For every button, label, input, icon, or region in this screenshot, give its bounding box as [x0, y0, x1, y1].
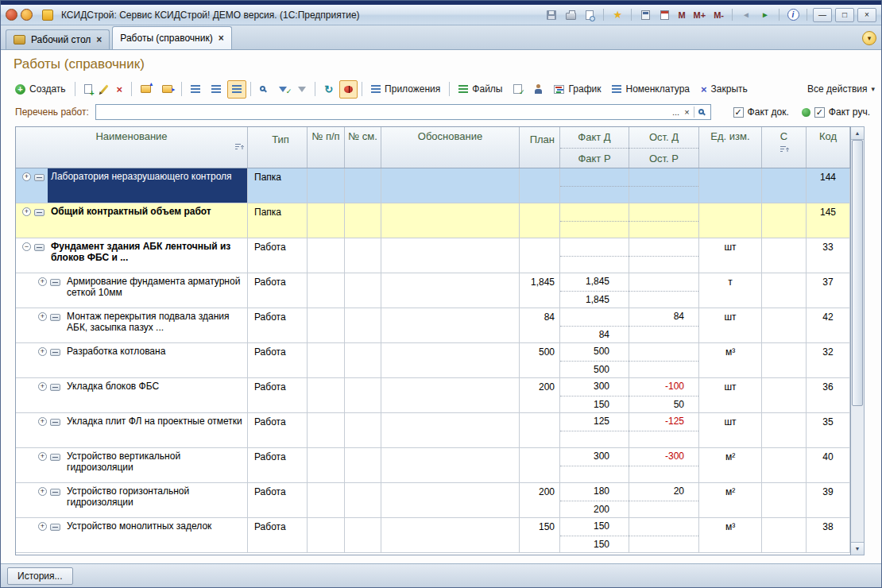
find-button[interactable]	[255, 80, 273, 99]
num-sm-cell[interactable]	[345, 343, 381, 377]
code-cell[interactable]: 39	[807, 483, 850, 517]
expand-icon[interactable]: +	[38, 487, 47, 496]
print-button[interactable]	[563, 8, 578, 22]
collapse-icon[interactable]: −	[22, 242, 31, 251]
fact-ruch-checkbox[interactable]: ✓ Факт руч.	[814, 106, 870, 118]
header-num-sm[interactable]: № см.	[345, 127, 381, 168]
num-pp-cell[interactable]	[308, 343, 345, 377]
num-pp-cell[interactable]	[308, 378, 345, 412]
plan-cell[interactable]: 200	[520, 483, 560, 517]
view-tree-button[interactable]	[207, 80, 226, 99]
history-button[interactable]: История...	[7, 567, 73, 585]
approve-doc-button[interactable]	[509, 80, 527, 99]
plan-cell[interactable]: 84	[520, 308, 560, 342]
move-to-group-button[interactable]	[136, 80, 156, 99]
unit-cell[interactable]	[699, 203, 762, 238]
files-button[interactable]: Файлы	[454, 80, 507, 99]
basis-cell[interactable]	[381, 308, 520, 342]
name-cell[interactable]: +Укладка плит ФЛ на проектные отметки	[16, 413, 248, 447]
expand-icon[interactable]: +	[38, 452, 47, 461]
plan-cell[interactable]	[520, 413, 560, 447]
tab-works[interactable]: Работы (справочник) ×	[112, 26, 231, 49]
name-cell[interactable]: −Фундамент здания АБК ленточный из блоко…	[16, 238, 248, 273]
table-row[interactable]: +Укладка блоков ФБСРабота200300150-10050…	[16, 378, 850, 413]
delete-button[interactable]: ×	[112, 80, 128, 99]
plan-cell[interactable]: 150	[520, 518, 560, 552]
code-cell[interactable]: 36	[807, 378, 850, 412]
s-cell[interactable]	[762, 168, 807, 203]
num-sm-cell[interactable]	[345, 483, 381, 517]
s-cell[interactable]	[762, 483, 807, 517]
table-row[interactable]: +Общий контрактный объем работПапка145	[16, 203, 850, 238]
num-sm-cell[interactable]	[345, 273, 381, 308]
unit-cell[interactable]: т	[699, 273, 762, 308]
chart-button[interactable]: График	[549, 80, 605, 99]
s-cell[interactable]	[762, 203, 807, 238]
fact-cell[interactable]: 150150	[560, 518, 629, 552]
table-row[interactable]: +Разработка котлованаРабота500500500м³32	[16, 343, 850, 378]
num-sm-cell[interactable]	[345, 238, 381, 273]
unit-cell[interactable]: м²	[699, 483, 762, 517]
ost-cell[interactable]: -300	[629, 448, 699, 482]
header-name[interactable]: Наименование	[16, 127, 248, 168]
table-row[interactable]: +Устройство монолитных заделокРабота1501…	[16, 518, 850, 553]
back-button[interactable]: ◄	[738, 8, 754, 22]
basis-cell[interactable]	[381, 273, 520, 308]
unit-cell[interactable]: шт	[699, 308, 762, 342]
s-cell[interactable]	[762, 518, 807, 552]
name-cell[interactable]: +Устройство вертикальной гидроизоляции	[16, 448, 248, 482]
table-row[interactable]: +Монтаж перекрытия подвала здания АБК, з…	[16, 308, 850, 343]
fact-cell[interactable]	[560, 168, 629, 203]
num-pp-cell[interactable]	[308, 203, 345, 238]
calendar-button[interactable]	[656, 8, 672, 22]
unit-cell[interactable]: м²	[699, 448, 762, 482]
name-cell[interactable]: +Армирование фундамента арматурной сетко…	[16, 273, 248, 308]
code-cell[interactable]: 42	[807, 308, 850, 342]
s-cell[interactable]	[762, 238, 807, 273]
expand-icon[interactable]: +	[38, 277, 47, 286]
num-pp-cell[interactable]	[308, 308, 345, 342]
unit-cell[interactable]: шт	[699, 238, 762, 273]
name-cell[interactable]: +Устройство горизонтальной гидроизоляции	[16, 483, 248, 517]
type-cell[interactable]: Работа	[248, 518, 308, 552]
code-cell[interactable]: 38	[807, 518, 850, 552]
code-cell[interactable]: 35	[807, 413, 850, 447]
plan-cell[interactable]: 1,845	[520, 273, 560, 308]
favorites-button[interactable]: ★	[609, 8, 625, 22]
tab-desktop[interactable]: Рабочий стол ×	[6, 29, 110, 49]
quick-access-red-button[interactable]	[6, 9, 17, 21]
type-cell[interactable]: Работа	[248, 413, 308, 447]
expand-icon[interactable]: +	[22, 172, 31, 181]
num-sm-cell[interactable]	[345, 308, 381, 342]
code-cell[interactable]: 32	[807, 343, 850, 377]
table-row[interactable]: +Армирование фундамента арматурной сетко…	[16, 273, 850, 308]
name-cell[interactable]: +Устройство монолитных заделок	[16, 518, 248, 552]
name-cell[interactable]: +Укладка блоков ФБС	[16, 378, 248, 412]
header-fact[interactable]: Факт Д Факт Р	[560, 127, 629, 168]
service-mode-button[interactable]	[339, 80, 358, 99]
num-pp-cell[interactable]	[308, 238, 345, 273]
info-button[interactable]: i	[785, 8, 801, 22]
expand-icon[interactable]: +	[22, 207, 31, 216]
type-cell[interactable]: Работа	[248, 238, 308, 273]
type-cell[interactable]: Папка	[248, 203, 308, 238]
type-cell[interactable]: Работа	[248, 378, 308, 412]
table-row[interactable]: +Укладка плит ФЛ на проектные отметкиРаб…	[16, 413, 850, 448]
unit-cell[interactable]: шт	[699, 378, 762, 412]
type-cell[interactable]: Работа	[248, 273, 308, 308]
set-filter-button[interactable]	[274, 80, 292, 99]
minimize-button[interactable]: —	[813, 8, 832, 22]
calculator-button[interactable]	[637, 8, 653, 22]
view-list-button[interactable]	[186, 80, 205, 99]
fact-cell[interactable]	[560, 238, 629, 273]
create-button[interactable]: + Создать	[10, 80, 71, 99]
num-sm-cell[interactable]	[345, 378, 381, 412]
fact-cell[interactable]: 1,8451,845	[560, 273, 629, 308]
num-sm-cell[interactable]	[345, 203, 381, 238]
memory-mminus-button[interactable]: M-	[711, 10, 726, 20]
close-tab-icon[interactable]: ×	[96, 34, 102, 45]
fact-cell[interactable]	[560, 203, 629, 238]
works-filter-input[interactable]: ... ×	[95, 104, 711, 120]
num-pp-cell[interactable]	[308, 518, 345, 552]
quick-access-orange-button[interactable]	[21, 9, 33, 21]
